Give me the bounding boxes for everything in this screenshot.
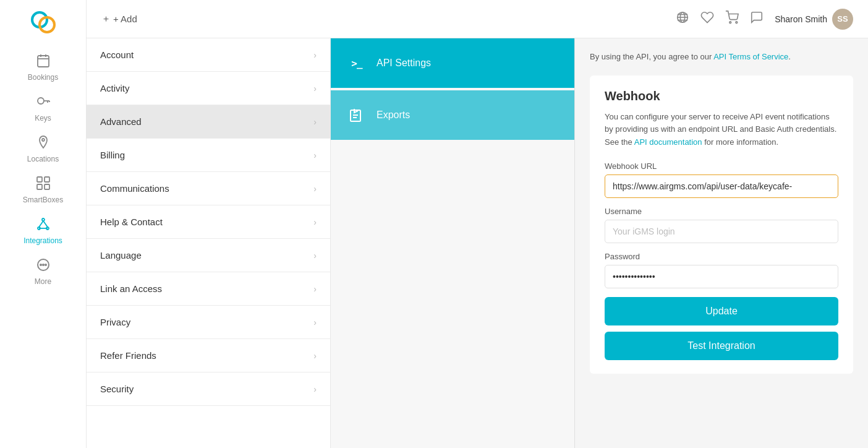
chevron-right-icon: › — [313, 117, 317, 127]
content-area: Account › Activity › Advanced › Billing … — [87, 38, 868, 448]
chat-icon[interactable] — [750, 11, 764, 27]
chevron-right-icon: › — [313, 351, 317, 361]
integrations-icon — [36, 217, 51, 234]
heart-icon[interactable] — [700, 11, 714, 27]
svg-rect-11 — [37, 177, 42, 182]
menu-item-label: Link an Access — [100, 283, 162, 294]
header-right: Sharon Smith SS — [676, 9, 853, 30]
sidebar-logo[interactable] — [27, 6, 59, 38]
sub-item-exports[interactable]: Exports — [331, 90, 574, 140]
menu-item-privacy[interactable]: Privacy › — [87, 306, 330, 339]
update-button-label: Update — [705, 306, 738, 316]
webhook-url-label: Webhook URL — [605, 162, 838, 171]
webhook-title: Webhook — [605, 89, 838, 103]
plus-icon: ＋ — [101, 13, 111, 25]
menu-item-help-contact[interactable]: Help & Contact › — [87, 205, 330, 239]
menu-item-link-access[interactable]: Link an Access › — [87, 272, 330, 306]
svg-rect-12 — [45, 177, 49, 182]
menu-list: Account › Activity › Advanced › Billing … — [87, 38, 331, 448]
svg-point-15 — [42, 218, 45, 221]
menu-item-account[interactable]: Account › — [87, 38, 330, 72]
api-docs-link[interactable]: API documentation — [634, 137, 702, 147]
menu-item-label: Billing — [100, 150, 125, 160]
chevron-right-icon: › — [313, 150, 317, 160]
locations-icon — [36, 135, 51, 152]
menu-item-label: Refer Friends — [100, 350, 156, 361]
svg-point-6 — [38, 98, 44, 104]
sidebar-item-bookings[interactable]: Bookings — [0, 47, 86, 88]
webhook-url-input[interactable] — [605, 174, 838, 198]
sidebar-item-label: Locations — [27, 155, 59, 163]
menu-item-label: Help & Contact — [100, 217, 163, 227]
terms-link[interactable]: API Terms of Service — [713, 52, 788, 61]
svg-point-23 — [40, 264, 41, 265]
terms-text-after: . — [788, 52, 791, 61]
sidebar-item-label: More — [35, 277, 51, 286]
chevron-right-icon: › — [313, 251, 317, 261]
svg-line-18 — [39, 221, 43, 227]
menu-item-language[interactable]: Language › — [87, 239, 330, 272]
webhook-desc-suffix: for more information. — [702, 137, 779, 147]
keys-icon — [36, 94, 51, 111]
sidebar-item-label: Bookings — [28, 73, 58, 82]
password-label: Password — [605, 252, 838, 261]
sub-menu: >_ API Settings Exports — [331, 38, 575, 448]
menu-item-label: Security — [100, 384, 134, 394]
terms-text: By using the API, you agree to our API T… — [590, 51, 853, 63]
more-icon — [36, 257, 51, 275]
test-integration-button[interactable]: Test Integration — [605, 332, 838, 360]
menu-item-label: Privacy — [100, 317, 130, 327]
sub-item-label: Exports — [377, 110, 410, 121]
top-header: ＋ + Add — [87, 0, 868, 38]
sub-item-api-settings[interactable]: >_ API Settings — [331, 38, 574, 88]
bookings-icon — [36, 53, 51, 71]
sidebar-item-locations[interactable]: Locations — [0, 129, 86, 170]
svg-line-19 — [43, 221, 48, 227]
add-button[interactable]: ＋ + Add — [101, 13, 137, 25]
chevron-right-icon: › — [313, 184, 317, 194]
update-button[interactable]: Update — [605, 297, 838, 325]
menu-item-refer-friends[interactable]: Refer Friends › — [87, 339, 330, 373]
svg-point-22 — [43, 264, 44, 265]
username-label: Username — [605, 207, 838, 216]
menu-item-security[interactable]: Security › — [87, 373, 330, 406]
add-button-label: + Add — [113, 14, 137, 24]
globe-icon[interactable] — [676, 11, 689, 27]
chevron-right-icon: › — [313, 317, 317, 327]
chevron-right-icon: › — [313, 217, 317, 227]
main-area: ＋ + Add — [87, 0, 868, 448]
test-button-label: Test Integration — [687, 340, 755, 351]
svg-rect-14 — [45, 184, 49, 189]
svg-point-31 — [736, 22, 738, 24]
chevron-right-icon: › — [313, 284, 317, 294]
webhook-section: Webhook You can configure your server to… — [590, 75, 853, 374]
user-info[interactable]: Sharon Smith SS — [775, 9, 853, 30]
terms-text-before: By using the API, you agree to our — [590, 52, 713, 61]
cart-icon[interactable] — [725, 11, 739, 27]
webhook-description: You can configure your server to receive… — [605, 111, 838, 149]
menu-item-label: Activity — [100, 83, 130, 93]
svg-point-30 — [730, 22, 731, 24]
api-settings-icon: >_ — [346, 52, 368, 74]
sidebar-item-keys[interactable]: Keys — [0, 88, 86, 129]
sidebar-item-label: Keys — [35, 114, 51, 123]
sidebar-item-smartboxes[interactable]: SmartBoxes — [0, 170, 86, 210]
sidebar-item-integrations[interactable]: Integrations — [0, 210, 86, 251]
chevron-right-icon: › — [313, 50, 317, 60]
user-name: Sharon Smith — [775, 14, 827, 24]
menu-item-billing[interactable]: Billing › — [87, 139, 330, 172]
menu-item-label: Account — [100, 50, 134, 60]
sidebar-nav: Bookings Keys Locations — [0, 0, 87, 448]
menu-item-communications[interactable]: Communications › — [87, 172, 330, 205]
smartboxes-icon — [36, 176, 51, 193]
right-panel: By using the API, you agree to our API T… — [575, 38, 868, 448]
svg-rect-13 — [37, 184, 42, 189]
menu-item-label: Advanced — [100, 116, 142, 127]
menu-item-advanced[interactable]: Advanced › — [87, 105, 330, 139]
sidebar-item-more[interactable]: More — [0, 251, 86, 292]
username-input[interactable] — [605, 220, 838, 243]
menu-item-activity[interactable]: Activity › — [87, 72, 330, 105]
password-input[interactable] — [605, 265, 838, 288]
sub-item-label: API Settings — [377, 58, 431, 69]
svg-rect-2 — [38, 56, 49, 67]
